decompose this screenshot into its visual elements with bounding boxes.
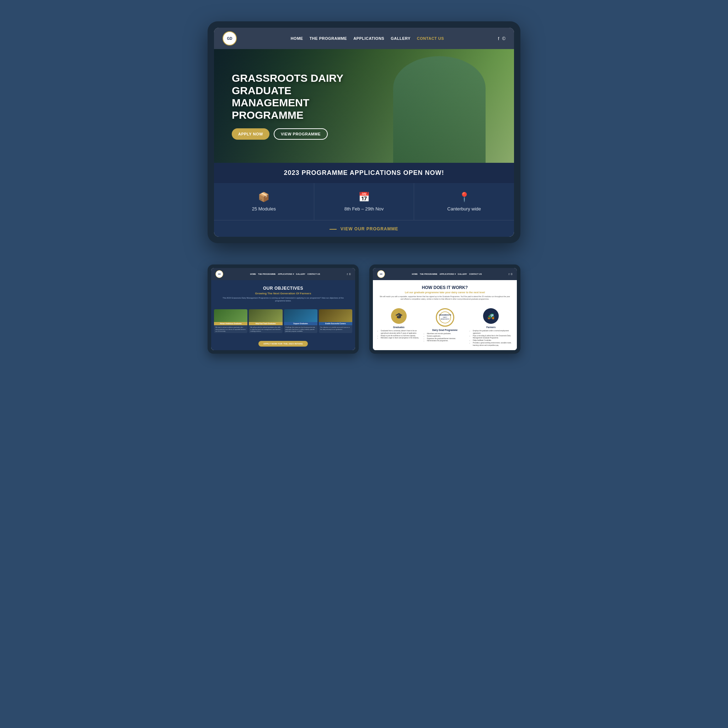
nav-logo[interactable]: GD	[223, 31, 237, 46]
hero-content: GRASSROOTS DAIRY GRADUATE MANAGEMENT PRO…	[214, 72, 385, 140]
farmers-icon-circle: 🚜	[483, 308, 499, 324]
mini-r-nav-programme[interactable]: THE PROGRAMME	[420, 273, 437, 275]
objectives-device: GD HOME THE PROGRAMME APPLICATIONS ▾ GAL…	[208, 265, 359, 354]
mini-nav-gallery[interactable]: GALLERY	[296, 273, 305, 275]
info-card-location: 📍 Canterbury wide	[414, 183, 514, 220]
banner-text: 2023 PROGRAMME APPLICATIONS OPEN NOW!	[220, 169, 508, 177]
how-section: HOW DOES IT WORK? Let our graduate progr…	[373, 280, 517, 305]
programme-bullet-3: Organises the graduate/farmer interview.	[427, 338, 467, 340]
view-programme-link[interactable]: VIEW OUR PROGRAMME	[329, 226, 398, 231]
objectives-title: OUR OBJECTIVES	[218, 286, 348, 291]
objectives-section: OUR OBJECTIVES Growing The Next Generati…	[211, 280, 355, 306]
apply-intake-button[interactable]: APPLY NOW FOR THE 2023 INTAKE	[258, 341, 308, 347]
hero-section: GRASSROOTS DAIRY GRADUATE MANAGEMENT PRO…	[214, 49, 514, 163]
obj-card-img-3	[284, 309, 317, 322]
obj-card-img-4	[319, 309, 352, 322]
graduate-cap-icon: 🎓	[395, 312, 403, 320]
obj-card-img-1	[214, 309, 248, 322]
main-tablet: GD Home The Programme Applications Galle…	[208, 21, 520, 243]
info-cards-row: 📦 25 Modules 📅 8th Feb – 29th Nov 📍 Cant…	[214, 183, 514, 220]
info-card-modules: 📦 25 Modules	[214, 183, 314, 220]
nav-gallery[interactable]: Gallery	[391, 36, 411, 41]
mini-logo-left[interactable]: GD	[216, 270, 223, 278]
objective-cards: Attract Ambitious Graduates We want to a…	[211, 306, 355, 336]
dairy-programme-emblem: GRASSROOTS DAIRY MANAGEMENT	[439, 311, 451, 323]
modules-icon: 📦	[221, 191, 307, 203]
how-title: HOW DOES IT WORK?	[379, 285, 511, 290]
nav-social-links: f ©	[498, 36, 505, 41]
apply-now-button[interactable]: APPLY NOW	[232, 128, 269, 140]
graduates-bullet-2: Ready to join the workforce in a full ti…	[381, 335, 421, 337]
bottom-row: GD HOME THE PROGRAMME APPLICATIONS ▾ GAL…	[208, 265, 520, 354]
mini-instagram-icon[interactable]: ©	[349, 273, 351, 275]
mini-r-nav-home[interactable]: HOME	[412, 273, 418, 275]
nav-contact[interactable]: CONTACT US	[417, 36, 444, 41]
mini-nav-links-right: HOME THE PROGRAMME APPLICATIONS ▾ GALLER…	[412, 273, 482, 275]
mini-r-facebook-icon[interactable]: f	[509, 273, 509, 275]
info-card-dates: 📅 8th Feb – 29th Nov	[314, 183, 414, 220]
nav-links: Home The Programme Applications Gallery …	[291, 36, 444, 41]
obj-card-text-4: Our objective is to enable successful ca…	[319, 325, 352, 331]
programme-bullet-1: Advertises and recruits graduates.	[427, 333, 467, 335]
obj-card-text-2: We will provide the selected graduates t…	[249, 325, 282, 333]
nav-home[interactable]: Home	[291, 36, 303, 41]
mini-logo-right[interactable]: GD	[377, 270, 385, 278]
mini-nav-links-left: HOME THE PROGRAMME APPLICATIONS ▾ GALLER…	[250, 273, 320, 275]
mini-nav-applications[interactable]: APPLICATIONS ▾	[278, 273, 294, 275]
calendar-icon: 📅	[321, 191, 407, 203]
svg-text:DAIRY: DAIRY	[442, 317, 447, 318]
obj-card-4: Enable Successful Careers Our objective …	[319, 309, 352, 333]
applications-banner: 2023 PROGRAMME APPLICATIONS OPEN NOW!	[214, 163, 514, 183]
mini-nav-left: GD HOME THE PROGRAMME APPLICATIONS ▾ GAL…	[211, 268, 355, 280]
role-card-graduates: 🎓 Graduates Graduated from a university …	[377, 308, 421, 347]
hero-buttons: APPLY NOW VIEW PROGRAMME	[232, 128, 367, 140]
main-nav: GD Home The Programme Applications Galle…	[214, 28, 514, 49]
obj-card-label-4: Enable Successful Careers	[319, 322, 352, 325]
how-subtitle: Let our graduate programme take your dai…	[379, 291, 511, 294]
nav-programme[interactable]: The Programme	[310, 36, 347, 41]
mini-nav-programme[interactable]: THE PROGRAMME	[258, 273, 276, 275]
objectives-description: The 2023 Grassroots Dairy Management Pro…	[218, 297, 348, 302]
view-programme-button[interactable]: VIEW PROGRAMME	[274, 128, 328, 140]
mini-r-nav-contact[interactable]: CONTACT US	[469, 273, 482, 275]
svg-text:MANAGEMENT: MANAGEMENT	[440, 318, 450, 320]
farmers-bullet-1: Employs the graduate under a normal empl…	[473, 330, 512, 335]
hero-person-silhouette	[393, 56, 486, 163]
mini-social-right: f ©	[509, 273, 512, 275]
obj-card-3: Support Graduates Challenge the status q…	[284, 309, 317, 333]
arrow-line	[329, 229, 336, 229]
nav-applications[interactable]: Applications	[353, 36, 384, 41]
role-cards: 🎓 Graduates Graduated from a university …	[373, 305, 517, 350]
programme-title: Dairy Grad Programme	[424, 329, 467, 331]
instagram-icon[interactable]: ©	[502, 36, 505, 41]
svg-text:GRASSROOTS: GRASSROOTS	[439, 314, 451, 316]
obj-card-text-3: Challenge the status quo by showing univ…	[284, 325, 317, 333]
view-programme-section: VIEW OUR PROGRAMME	[214, 220, 514, 237]
apply-section-bottom: APPLY NOW FOR THE 2023 INTAKE	[211, 336, 355, 350]
farmers-bullet-4: Provides a great working environment, so…	[473, 342, 512, 347]
hero-title: GRASSROOTS DAIRY GRADUATE MANAGEMENT PRO…	[232, 72, 367, 121]
graduates-bullet-1: Graduated from a university (doesn't hav…	[381, 330, 421, 335]
mini-r-nav-applications[interactable]: APPLICATIONS ▾	[440, 273, 456, 275]
role-card-programme: GRASSROOTS DAIRY MANAGEMENT Dairy Grad P…	[424, 308, 467, 347]
obj-card-1: Attract Ambitious Graduates We want to a…	[214, 309, 248, 333]
graduates-icon-circle: 🎓	[391, 308, 407, 324]
how-device: GD HOME THE PROGRAMME APPLICATIONS ▾ GAL…	[369, 265, 520, 354]
mini-r-instagram-icon[interactable]: ©	[511, 273, 512, 275]
programme-bullet-4: Administrates the programme.	[427, 340, 467, 342]
farmers-title: Farmers	[469, 326, 512, 329]
farmers-bullet-3: Helps facilitate 2 modules.	[473, 340, 512, 342]
obj-card-label-2: Help Fast Track Graduates	[249, 322, 282, 325]
mini-nav-contact[interactable]: CONTACT US	[307, 273, 320, 275]
graduates-bullets: Graduated from a university (doesn't hav…	[377, 330, 421, 340]
obj-card-img-2	[249, 309, 282, 322]
location-icon: 📍	[421, 191, 507, 203]
mini-r-nav-gallery[interactable]: GALLERY	[458, 273, 467, 275]
obj-card-2: Help Fast Track Graduates We will provid…	[249, 309, 282, 333]
mini-nav-home[interactable]: HOME	[250, 273, 256, 275]
facebook-icon[interactable]: f	[498, 36, 499, 41]
how-screen: GD HOME THE PROGRAMME APPLICATIONS ▾ GAL…	[373, 268, 517, 350]
modules-label: 25 Modules	[221, 206, 307, 211]
mini-facebook-icon[interactable]: f	[347, 273, 348, 275]
tractor-icon: 🚜	[487, 312, 495, 320]
